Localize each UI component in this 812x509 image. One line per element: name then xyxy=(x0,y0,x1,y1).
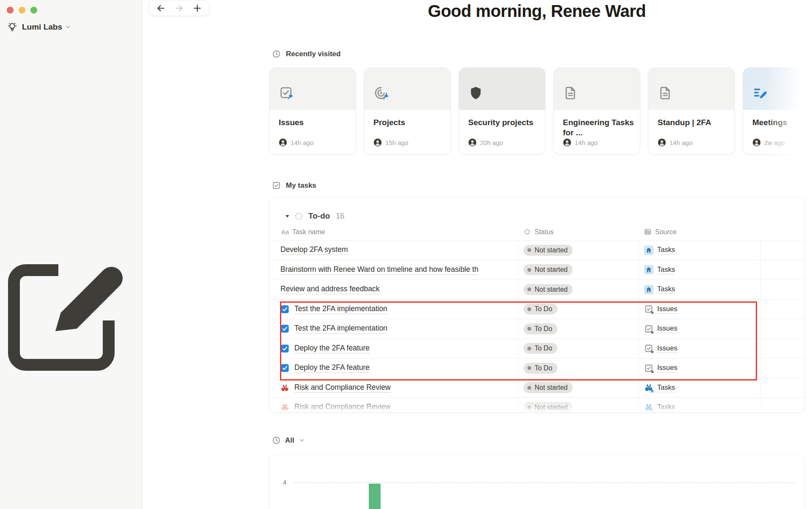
document-icon xyxy=(658,85,673,101)
gridline xyxy=(294,482,795,483)
compose-icon[interactable] xyxy=(0,60,135,509)
plus-icon[interactable] xyxy=(192,3,202,13)
recent-page-card[interactable]: Issues 14h ago xyxy=(269,68,356,154)
card-timestamp: 2w ago xyxy=(764,139,785,146)
table-row[interactable]: Deploy the 2FA feature To Do xyxy=(269,339,804,358)
dashed-circle-icon xyxy=(294,212,303,221)
column-header-task-name[interactable]: Aa Task name xyxy=(269,225,518,240)
chart-bar[interactable] xyxy=(369,484,381,509)
projects-target-pin-icon xyxy=(373,85,389,101)
card-title: Meetings xyxy=(752,118,812,128)
my-tasks-panel: To-do 16 Aa Task name Status Source xyxy=(269,197,804,412)
recent-page-card[interactable]: Engineering Tasks for ... 14h ago xyxy=(554,68,640,154)
document-icon xyxy=(563,85,578,101)
avatar-icon xyxy=(563,138,571,147)
status-badge[interactable]: Not started xyxy=(524,284,573,295)
workspace-name: Lumi Labs xyxy=(22,22,62,32)
table-row[interactable]: Risk and Compliance Review Not started xyxy=(269,397,804,412)
source-link[interactable]: Tasks xyxy=(644,246,675,255)
status-spinner-icon xyxy=(523,228,531,236)
close-window-button[interactable] xyxy=(7,7,14,14)
status-badge[interactable]: To Do xyxy=(524,304,557,315)
main-content: Good morning, Renee Ward Recently visite… xyxy=(143,0,812,509)
source-link[interactable]: Tasks xyxy=(644,383,675,392)
grid-icon xyxy=(644,228,652,236)
recent-page-card[interactable]: Projects 15h ago xyxy=(364,68,450,154)
card-timestamp: 15h ago xyxy=(385,139,408,146)
status-badge[interactable]: Not started xyxy=(524,402,573,412)
binoculars-red-icon[interactable] xyxy=(280,403,289,412)
arrow-right-icon[interactable] xyxy=(174,3,184,13)
table-row[interactable]: Risk and Compliance Review Not started xyxy=(269,378,804,398)
tasks-house-icon xyxy=(644,246,653,255)
avatar-icon xyxy=(752,138,761,147)
table-row[interactable]: Test the 2FA implementation To Do xyxy=(269,319,804,339)
workspace-switcher[interactable]: Lumi Labs xyxy=(5,19,139,36)
table-row[interactable]: Brainstorm with Renee Ward on timeline a… xyxy=(269,260,804,280)
checked-checkbox-icon[interactable] xyxy=(280,305,289,314)
task-name-link[interactable]: Develop 2FA system xyxy=(280,245,348,255)
card-timestamp: 14h ago xyxy=(575,139,598,146)
source-link[interactable]: Issues xyxy=(644,344,678,353)
table-row[interactable]: Develop 2FA system Not started xyxy=(269,240,804,260)
issues-ref-icon xyxy=(644,304,653,314)
status-badge[interactable]: Not started xyxy=(524,382,573,393)
arrow-left-icon[interactable] xyxy=(156,3,166,13)
source-link[interactable]: Issues xyxy=(644,364,678,373)
table-row[interactable]: Test the 2FA implementation To Do xyxy=(269,299,804,319)
status-badge[interactable]: Not started xyxy=(524,264,573,275)
binoculars-red-icon[interactable] xyxy=(280,383,289,392)
tasks-binoculars-icon xyxy=(644,383,653,392)
status-badge[interactable]: To Do xyxy=(524,343,557,354)
avatar-icon xyxy=(468,138,477,147)
history-toolbar xyxy=(149,1,209,16)
tasks-chart-panel: 4 xyxy=(269,455,804,509)
card-meta: 2w ago xyxy=(752,138,785,147)
card-meta: 14h ago xyxy=(279,138,313,147)
card-meta: 14h ago xyxy=(658,138,692,147)
task-name-link[interactable]: Deploy the 2FA feature xyxy=(294,344,370,353)
group-count: 16 xyxy=(336,212,344,221)
source-link[interactable]: Issues xyxy=(644,304,678,314)
recent-page-card[interactable]: Standup | 2FA 14h ago xyxy=(648,68,735,154)
avatar-icon xyxy=(279,138,287,147)
time-filter-dropdown[interactable]: All xyxy=(272,436,305,445)
task-name-link[interactable]: Risk and Compliance Review xyxy=(294,383,391,393)
column-header-status[interactable]: Status xyxy=(518,225,639,240)
task-name-link[interactable]: Deploy the 2FA feature xyxy=(294,363,370,373)
source-link[interactable]: Issues xyxy=(644,324,678,334)
recent-page-card[interactable]: Security projects 20h ago xyxy=(459,68,545,154)
table-row[interactable]: Review and address feedback Not started xyxy=(269,279,804,299)
task-name-link[interactable]: Test the 2FA implementation xyxy=(294,304,387,314)
checked-checkbox-icon[interactable] xyxy=(280,364,289,372)
window-controls xyxy=(0,0,142,15)
y-axis-tick: 4 xyxy=(283,479,286,486)
chevron-down-icon xyxy=(299,437,305,443)
status-badge[interactable]: Not started xyxy=(524,245,573,256)
recently-visited-cards: Issues 14h ago Projects 15h ago xyxy=(269,68,812,154)
source-link[interactable]: Tasks xyxy=(644,265,675,274)
task-name-link[interactable]: Brainstorm with Renee Ward on timeline a… xyxy=(280,265,478,275)
column-header-source[interactable]: Source xyxy=(639,225,760,240)
recent-page-card[interactable]: Meetings 2w ago xyxy=(743,68,812,154)
table-row[interactable]: Deploy the 2FA feature To Do xyxy=(269,358,804,378)
checked-checkbox-icon[interactable] xyxy=(280,324,289,333)
task-name-link[interactable]: Review and address feedback xyxy=(280,285,379,294)
checked-checkbox-icon[interactable] xyxy=(280,344,289,353)
minimize-window-button[interactable] xyxy=(19,7,25,14)
card-title: Projects xyxy=(373,118,444,128)
todo-group-toggle[interactable]: To-do 16 xyxy=(269,197,804,222)
task-name-link[interactable]: Risk and Compliance Review xyxy=(294,402,391,412)
source-link[interactable]: Tasks xyxy=(644,403,675,412)
source-link[interactable]: Tasks xyxy=(644,285,675,294)
card-timestamp: 14h ago xyxy=(669,139,692,146)
task-name-link[interactable]: Test the 2FA implementation xyxy=(294,324,387,334)
lightbulb-icon xyxy=(7,22,18,33)
status-badge[interactable]: To Do xyxy=(524,323,557,334)
issues-ref-icon xyxy=(644,344,653,353)
triangle-down-icon xyxy=(285,213,290,219)
status-badge[interactable]: To Do xyxy=(524,363,557,374)
avatar-icon xyxy=(658,138,666,147)
tasks-house-icon xyxy=(644,285,653,294)
zoom-window-button[interactable] xyxy=(30,7,37,14)
